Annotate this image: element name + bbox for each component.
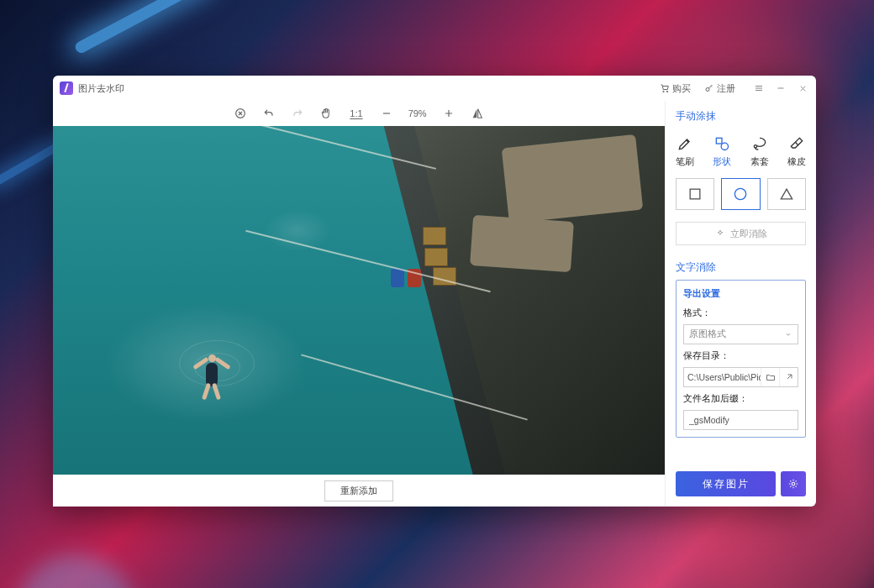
svg-point-8 xyxy=(735,188,746,199)
svg-point-6 xyxy=(754,145,756,148)
titlebar: 图片去水印 购买 注册 xyxy=(53,76,816,101)
redo-button[interactable] xyxy=(291,107,304,120)
app-icon xyxy=(60,81,73,95)
svg-point-1 xyxy=(666,91,668,92)
cart-icon xyxy=(660,83,670,93)
minimize-button[interactable] xyxy=(774,81,787,95)
barrel xyxy=(391,269,404,287)
suffix-input[interactable] xyxy=(683,410,798,430)
dir-label: 保存目录： xyxy=(683,349,798,362)
zoom-in-button[interactable] xyxy=(442,107,455,120)
tarp xyxy=(470,215,574,272)
chevron-down-icon xyxy=(784,330,792,339)
shape-circle[interactable] xyxy=(721,178,760,210)
brush-tool[interactable]: 笔刷 xyxy=(676,135,694,168)
image-canvas[interactable] xyxy=(53,126,665,475)
save-row: 保存图片 xyxy=(676,471,806,496)
shape-tool[interactable]: 形状 xyxy=(713,135,731,168)
suffix-label: 文件名加后缀： xyxy=(683,392,798,405)
manual-smear-title: 手动涂抹 xyxy=(676,109,806,123)
app-window: 图片去水印 购买 注册 xyxy=(53,76,816,507)
re-add-button[interactable]: 重新添加 xyxy=(324,480,393,501)
format-select[interactable]: 原图格式 xyxy=(683,324,798,344)
dir-value: C:\Users\Public\Pictur xyxy=(684,372,761,382)
browse-folder-button[interactable] xyxy=(761,368,779,386)
swimmer xyxy=(187,344,238,403)
flip-button[interactable] xyxy=(471,107,484,120)
brush-label: 笔刷 xyxy=(676,155,694,168)
export-title: 导出设置 xyxy=(683,287,798,300)
dir-field: C:\Users\Public\Pictur xyxy=(683,367,798,387)
zoom-value: 79% xyxy=(408,108,427,118)
save-button[interactable]: 保存图片 xyxy=(676,471,776,496)
open-folder-button[interactable] xyxy=(779,368,798,386)
export-settings-box: 导出设置 格式： 原图格式 保存目录： C:\Users\Public\Pict… xyxy=(676,280,806,438)
clear-now-label: 立即消除 xyxy=(730,228,767,240)
svg-point-0 xyxy=(663,91,665,92)
svg-point-2 xyxy=(706,88,709,92)
clear-now-button[interactable]: 立即消除 xyxy=(676,222,806,245)
sparkle-icon xyxy=(715,228,725,239)
background-streak-1 xyxy=(73,0,213,55)
register-link[interactable]: 注册 xyxy=(704,82,735,95)
crate xyxy=(424,248,448,266)
svg-rect-4 xyxy=(717,138,723,144)
tarp xyxy=(502,134,644,223)
shape-label: 形状 xyxy=(713,155,731,168)
pan-button[interactable] xyxy=(319,107,333,120)
buy-link[interactable]: 购买 xyxy=(660,82,691,95)
key-icon xyxy=(704,83,714,93)
gear-icon xyxy=(787,478,799,490)
canvas-area: 1:1 79% xyxy=(53,101,665,507)
zoom-out-button[interactable] xyxy=(380,107,393,120)
text-removal-title: 文字消除 xyxy=(676,260,806,275)
svg-point-5 xyxy=(721,143,728,150)
lasso-label: 素套 xyxy=(750,155,769,168)
format-value: 原图格式 xyxy=(689,328,726,340)
sidebar: 手动涂抹 笔刷 形状 素套 橡皮 xyxy=(665,101,816,507)
save-settings-button[interactable] xyxy=(781,471,806,496)
buy-label: 购买 xyxy=(672,82,691,95)
menu-button[interactable] xyxy=(752,81,766,95)
open-icon xyxy=(784,372,794,382)
register-label: 注册 xyxy=(717,82,735,95)
ratio-button[interactable]: 1:1 xyxy=(348,108,364,118)
brush-row: 笔刷 形状 素套 橡皮 xyxy=(676,132,806,171)
crate xyxy=(423,227,446,245)
close-button[interactable] xyxy=(796,81,809,95)
svg-point-9 xyxy=(792,482,795,486)
clear-selection-button[interactable] xyxy=(234,107,247,120)
shape-triangle[interactable] xyxy=(767,178,806,210)
eraser-tool[interactable]: 橡皮 xyxy=(787,135,806,168)
bottom-bar: 重新添加 xyxy=(53,475,665,507)
lasso-tool[interactable]: 素套 xyxy=(750,135,769,168)
eraser-label: 橡皮 xyxy=(787,155,806,168)
background-glow-1 xyxy=(17,554,134,588)
shape-rectangle[interactable] xyxy=(676,178,714,210)
undo-button[interactable] xyxy=(262,107,276,120)
shape-picker xyxy=(676,178,806,210)
app-title: 图片去水印 xyxy=(78,82,124,95)
svg-rect-7 xyxy=(690,189,700,199)
format-label: 格式： xyxy=(683,307,798,319)
folder-icon xyxy=(766,372,776,382)
canvas-toolbar: 1:1 79% xyxy=(53,101,665,126)
